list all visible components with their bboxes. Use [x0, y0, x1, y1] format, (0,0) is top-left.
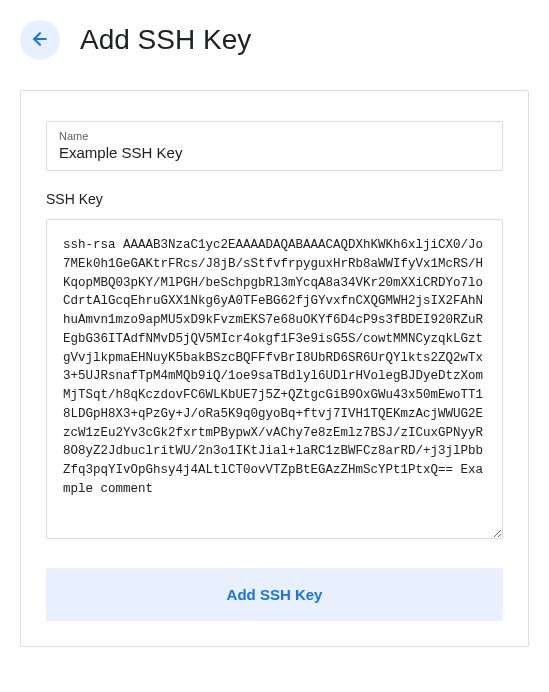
page-header: Add SSH Key: [20, 20, 529, 60]
form-card: Name SSH Key Add SSH Key: [20, 90, 529, 647]
back-button[interactable]: [20, 20, 60, 60]
ssh-key-label: SSH Key: [46, 191, 503, 207]
name-input[interactable]: [59, 144, 490, 161]
name-input-group: Name: [46, 121, 503, 171]
name-label: Name: [59, 130, 490, 142]
page-title: Add SSH Key: [80, 24, 251, 56]
ssh-key-textarea[interactable]: [46, 219, 503, 539]
add-ssh-key-button[interactable]: Add SSH Key: [46, 568, 503, 621]
arrow-left-icon: [30, 29, 50, 52]
